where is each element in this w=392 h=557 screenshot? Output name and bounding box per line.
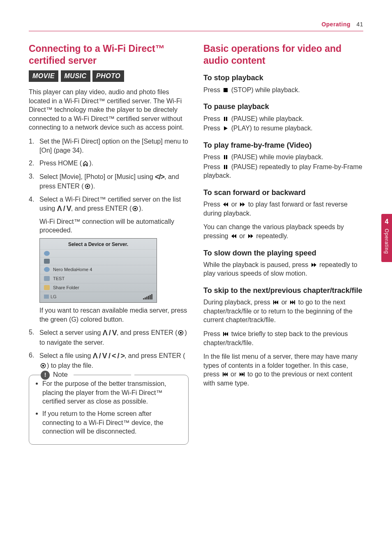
p-pause-1: Press (PAUSE) while playback. xyxy=(203,114,363,123)
ss-row: Share Folder xyxy=(40,283,157,292)
enter-icon xyxy=(132,206,138,213)
note-list: For the purpose of the better transmissi… xyxy=(35,379,182,436)
step-4-sub: Wi-Fi Direct™ connection will be automat… xyxy=(39,217,189,235)
note-label: Note xyxy=(53,370,68,380)
rewind-icon xyxy=(231,233,237,240)
side-tab-number: 4 xyxy=(381,217,392,226)
all-arrows-icon: Λ / V / < / > xyxy=(93,352,125,360)
p-scan-2: You can change the various playback spee… xyxy=(203,223,363,240)
note-icon: ! xyxy=(41,371,50,380)
globe-icon xyxy=(44,267,50,272)
p-pause-2: Press (PLAY) to resume playback. xyxy=(203,124,363,133)
ss-row xyxy=(40,257,157,265)
enter-icon xyxy=(178,330,184,337)
h-skip: To skip to the next/previous chapter/tra… xyxy=(203,285,363,295)
side-tab-label: Operating xyxy=(383,229,390,254)
chip-movie: MOVIE xyxy=(29,70,58,82)
fast-forward-icon xyxy=(311,262,317,269)
step-4-after: If you want to rescan available media se… xyxy=(39,306,189,324)
step-5: Select a server using Λ / V, and press E… xyxy=(29,328,189,347)
h-frame: To play frame-by-frame (Video) xyxy=(203,140,363,150)
pc-icon xyxy=(44,295,49,299)
skip-forward-icon xyxy=(290,299,295,306)
header-section: Operating xyxy=(321,21,350,28)
left-right-icon: </> xyxy=(155,173,164,181)
fast-forward-icon xyxy=(240,202,245,209)
note-box: ! Note For the purpose of the better tra… xyxy=(29,375,189,445)
chip-music: MUSIC xyxy=(61,70,90,82)
ss-row: TEST xyxy=(40,274,157,283)
p-skip-3: In the file list menu of a server, there… xyxy=(203,352,363,388)
p-skip-2: Press twice briefly to step back to the … xyxy=(203,330,363,347)
skip-forward-icon xyxy=(239,371,245,378)
globe-icon xyxy=(44,251,50,256)
step-1: Set the [Wi-Fi Direct] option on the [Se… xyxy=(29,137,189,155)
ss-row: Nero MediaHome 4 xyxy=(40,265,157,274)
rewind-icon xyxy=(223,202,228,209)
h-scan: To scan forward or backward xyxy=(203,188,363,197)
device-icon xyxy=(44,259,50,264)
media-chips: MOVIE MUSIC PHOTO xyxy=(29,70,189,82)
signal-icon xyxy=(143,294,152,299)
step-3: Select [Movie], [Photo] or [Music] using… xyxy=(29,172,189,191)
step-4: Select a Wi-Fi Direct™ certified server … xyxy=(29,195,189,324)
pause-icon xyxy=(223,116,228,123)
step-6: Select a file using Λ / V / < / >, and p… xyxy=(29,351,189,370)
server-select-screenshot: Select a Device or Server. Nero MediaHom… xyxy=(39,238,157,303)
up-down-icon: Λ / V xyxy=(103,329,117,337)
enter-icon xyxy=(85,183,90,190)
skip-back-icon xyxy=(223,331,228,338)
note-header: ! Note xyxy=(41,370,134,380)
enter-icon xyxy=(40,363,46,370)
right-column: Basic operations for video and audio con… xyxy=(203,43,363,445)
h-pause: To pause playback xyxy=(203,102,363,111)
p-scan-1: Press or to play fast forward or fast re… xyxy=(203,200,363,218)
note-rule xyxy=(74,375,131,375)
left-intro: This player can play video, audio and ph… xyxy=(29,88,189,132)
note-item: For the purpose of the better transmissi… xyxy=(35,379,182,406)
fast-forward-icon xyxy=(248,233,254,240)
stop-icon xyxy=(223,87,228,94)
up-down-icon: Λ / V xyxy=(57,204,71,213)
p-frame-1: Press (PAUSE) while movie playback. xyxy=(203,153,363,162)
right-title: Basic operations for video and audio con… xyxy=(203,43,363,67)
p-slow: While the playback is paused, press repe… xyxy=(203,260,363,278)
note-item: If you return to the Home screen after c… xyxy=(35,409,182,436)
left-steps: Set the [Wi-Fi Direct] option on the [Se… xyxy=(29,137,189,370)
p-frame-2: Press (PAUSE) repeatedly to play Frame-b… xyxy=(203,162,363,180)
ss-row xyxy=(40,249,157,257)
skip-back-icon xyxy=(273,299,279,306)
pause-icon xyxy=(223,164,228,171)
p-stop: Press (STOP) while playback. xyxy=(203,86,363,95)
h-slow: To slow down the playing speed xyxy=(203,248,363,258)
skip-back-icon xyxy=(222,371,228,378)
page-header: Operating 41 xyxy=(29,21,363,31)
home-icon xyxy=(83,160,88,167)
header-page-number: 41 xyxy=(356,21,363,28)
left-title: Connecting to a Wi-Fi Direct™ certified … xyxy=(29,43,189,67)
side-tab: 4 Operating xyxy=(381,214,392,262)
p-skip-1: During playback, press or to go to the n… xyxy=(203,298,363,325)
pc-icon xyxy=(44,276,50,281)
left-column: Connecting to a Wi-Fi Direct™ certified … xyxy=(29,43,189,445)
ss-title: Select a Device or Server. xyxy=(40,239,157,249)
step-2: Press HOME (). xyxy=(29,159,189,168)
pause-icon xyxy=(223,154,228,161)
ss-footer: LG xyxy=(40,292,157,302)
folder-icon xyxy=(44,285,50,290)
h-stop: To stop playback xyxy=(203,73,363,83)
chip-photo: PHOTO xyxy=(92,70,124,82)
play-icon xyxy=(223,125,228,132)
